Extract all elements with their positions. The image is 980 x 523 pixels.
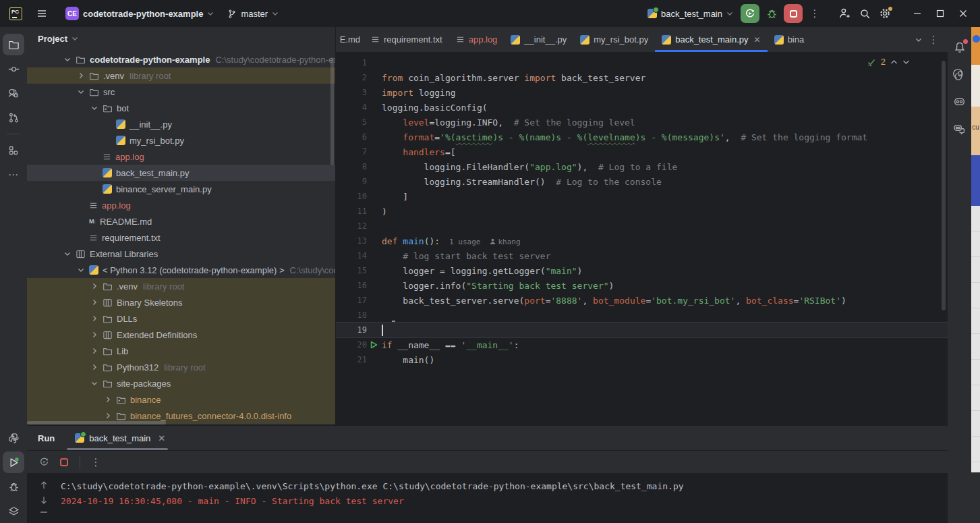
- chevron-down-icon[interactable]: [76, 267, 86, 273]
- minimize-button[interactable]: [906, 3, 929, 24]
- tree-item-lib[interactable]: Lib: [27, 343, 335, 359]
- author-hint[interactable]: khang: [490, 238, 520, 246]
- stop-button[interactable]: [784, 4, 803, 23]
- tool-button-project[interactable]: [3, 34, 24, 55]
- code-line-11[interactable]: 11): [336, 204, 948, 219]
- tree-item-src[interactable]: src: [27, 84, 335, 100]
- tree-item-app.log[interactable]: app.log: [27, 197, 335, 213]
- chevron-down-icon[interactable]: [62, 57, 73, 62]
- tree-item-binance[interactable]: binance: [27, 391, 335, 408]
- code-line-6[interactable]: 6 format='%(asctime)s - %(name)s - %(lev…: [336, 130, 948, 144]
- tree-item-python312[interactable]: Python312library root: [27, 359, 335, 375]
- chevron-right-icon[interactable]: [89, 364, 100, 370]
- project-horizontal-scrollbar[interactable]: [27, 421, 166, 424]
- tool-button-python-console[interactable]: [3, 427, 24, 449]
- chevron-down-icon[interactable]: [62, 251, 73, 256]
- chevron-down-icon[interactable]: [76, 89, 86, 94]
- project-widget[interactable]: CE codetotrade-python-example: [60, 4, 219, 23]
- more-actions-button[interactable]: ⋮: [805, 3, 825, 24]
- tree-item-external-libraries[interactable]: External Libraries: [27, 246, 335, 262]
- chevron-down-icon[interactable]: [89, 105, 100, 111]
- project-panel-header[interactable]: Project: [27, 27, 335, 50]
- run-tab-back_test_main[interactable]: back_test_main ✕: [69, 426, 171, 450]
- tool-button-plugin-robot-chat[interactable]: [950, 118, 970, 138]
- code-line-15[interactable]: 15 logger = logging.getLogger("main"): [336, 263, 948, 278]
- run-line-icon[interactable]: [367, 341, 380, 349]
- code-vision-inlay[interactable]: 1 usagekhang: [449, 238, 520, 246]
- tab-__init__.py[interactable]: __init__.py: [504, 27, 573, 52]
- tab-e.md[interactable]: E.md: [336, 27, 364, 52]
- down-arrow-icon[interactable]: [40, 495, 48, 505]
- chevron-right-icon[interactable]: [89, 331, 100, 338]
- tree-item-dlls[interactable]: DLLs: [27, 310, 335, 327]
- close-icon[interactable]: ✕: [754, 35, 761, 45]
- chevron-right-icon[interactable]: [89, 315, 100, 322]
- tab-my_rsi_bot.py[interactable]: my_rsi_bot.py: [573, 27, 655, 52]
- rerun-icon[interactable]: [35, 457, 53, 467]
- chevron-right-icon[interactable]: [89, 348, 100, 354]
- chevron-right-icon[interactable]: [76, 72, 86, 79]
- tool-button-notifications[interactable]: [950, 37, 970, 57]
- code-line-2[interactable]: 2from coin_algorithm.server import back_…: [336, 70, 948, 85]
- close-icon[interactable]: ✕: [158, 433, 165, 443]
- code-line-13[interactable]: 13def main():1 usagekhang: [336, 233, 948, 248]
- chevron-right-icon[interactable]: [103, 412, 113, 419]
- tabs-overflow-chevron-icon[interactable]: [915, 37, 922, 43]
- tree-item-binary-skeletons[interactable]: Binary Skeletons: [27, 294, 335, 310]
- tool-button-services[interactable]: [3, 500, 24, 522]
- code-with-me-button[interactable]: [834, 3, 855, 24]
- code-editor[interactable]: 2 12from coin_algorithm.server import ba…: [336, 53, 948, 425]
- tool-button-commit[interactable]: [3, 58, 24, 80]
- tab-back_test_main.py[interactable]: back_test_main.py✕: [655, 27, 767, 52]
- code-line-12[interactable]: 12: [336, 219, 948, 233]
- rerun-button[interactable]: [741, 4, 759, 23]
- code-line-4[interactable]: 4logging.basicConfig(: [336, 100, 948, 115]
- tree-item-bot[interactable]: bot: [27, 100, 335, 116]
- run-console[interactable]: C:\study\codetotrade-python-example\.ven…: [27, 474, 948, 523]
- tab-bina[interactable]: bina: [768, 27, 807, 52]
- chevron-right-icon[interactable]: [89, 283, 100, 290]
- tree-item-.venv[interactable]: .venvlibrary root: [27, 67, 335, 84]
- maximize-button[interactable]: [929, 3, 952, 24]
- project-vertical-scrollbar[interactable]: [330, 57, 334, 165]
- usages-hint[interactable]: 1 usage: [449, 238, 480, 246]
- code-line-18[interactable]: 18: [336, 308, 948, 323]
- tree-item-codetotrade-python-example[interactable]: codetotrade-python-exampleC:\study\codet…: [27, 51, 335, 67]
- tool-button-structure[interactable]: [3, 140, 24, 161]
- search-everywhere-button[interactable]: [855, 3, 875, 24]
- tree-item-app.log[interactable]: app.log: [27, 148, 335, 165]
- tool-button-code-with-me[interactable]: ?: [3, 82, 24, 104]
- tree-item-back_test_main.py[interactable]: back_test_main.py: [27, 165, 335, 181]
- code-line-5[interactable]: 5 level=logging.INFO, # Set the logging …: [336, 115, 948, 130]
- chevron-right-icon[interactable]: [103, 396, 113, 403]
- tree-item--python-3.12-codetotrade-python-example-[interactable]: < Python 3.12 (codetotrade-python-exampl…: [27, 262, 335, 278]
- tool-button-pull-requests[interactable]: [3, 107, 24, 128]
- vcs-widget[interactable]: master: [222, 6, 284, 22]
- tool-button-run[interactable]: [3, 451, 24, 473]
- code-line-7[interactable]: 7 handlers=[: [336, 144, 948, 159]
- code-line-9[interactable]: 9 logging.StreamHandler() # Log to the c…: [336, 174, 948, 189]
- code-line-14[interactable]: 14 # log start back test server: [336, 248, 948, 263]
- kebab-icon[interactable]: ⋮: [925, 34, 942, 46]
- code-line-8[interactable]: 8 logging.FileHandler("app.log"), # Log …: [336, 159, 948, 174]
- tree-item-readme.md[interactable]: M↓README.md: [27, 213, 335, 229]
- code-line-10[interactable]: 10 ]: [336, 189, 948, 204]
- tool-button-debug[interactable]: [3, 476, 24, 497]
- code-line-1[interactable]: 1: [336, 55, 948, 70]
- collapse-icon[interactable]: [40, 510, 48, 514]
- tool-button-ai-assistant[interactable]: [950, 64, 970, 84]
- code-line-20[interactable]: 20if __name__ == '__main__':: [336, 337, 948, 352]
- tree-item-binance_server_main.py[interactable]: binance_server_main.py: [27, 181, 335, 197]
- tab-requirement.txt[interactable]: requirement.txt: [364, 27, 449, 52]
- tree-item-my_rsi_bot.py[interactable]: my_rsi_bot.py: [27, 132, 335, 148]
- tool-button-more-tool-windows[interactable]: ⋯: [3, 164, 24, 186]
- editor-scrollbar[interactable]: [942, 61, 946, 310]
- tree-item-__init__.py[interactable]: __init__.py: [27, 116, 335, 132]
- chevron-right-icon[interactable]: [89, 299, 100, 306]
- close-button[interactable]: [952, 3, 975, 24]
- chevron-down-icon[interactable]: [89, 381, 100, 386]
- main-menu-button[interactable]: [32, 3, 52, 24]
- stop-icon[interactable]: [55, 458, 73, 466]
- tree-item-site-packages[interactable]: site-packages: [27, 375, 335, 391]
- code-line-21[interactable]: 21 main(): [336, 352, 948, 367]
